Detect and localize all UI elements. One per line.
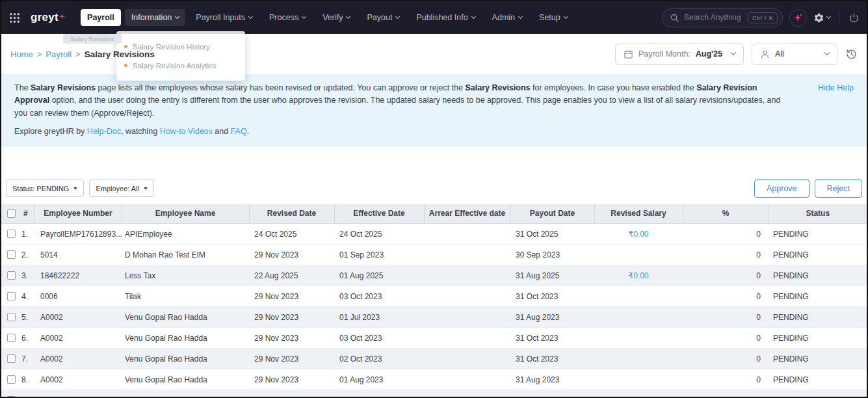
nav-right-group: Search Anything Ctrl + K [662,8,859,27]
breadcrumb-home-link[interactable]: Home [10,49,33,59]
cell-arrear [424,245,510,265]
dropdown-arrow-icon [144,187,148,190]
payroll-month-select[interactable]: Payroll Month: Aug'25 [615,44,744,65]
cell-salary [594,286,683,307]
cell-status: PENDING [769,286,867,307]
cell-pct: 0 [683,245,769,265]
row-checkbox[interactable] [7,250,16,259]
select-all-checkbox[interactable] [7,209,16,218]
row-checkbox[interactable] [7,334,16,342]
column-header-effective-date: Effective Date [334,204,424,224]
row-checkbox[interactable] [7,292,16,300]
cell-status: PENDING [769,245,867,265]
search-shortcut-badge: Ctrl + K [748,12,778,23]
table-row: 6.A0002Venu Gopal Rao Hadda29 Nov 202303… [1,328,867,349]
cell-empno: A0002 [34,349,122,369]
cell-num: 2. [17,245,34,265]
cell-arrear [424,369,510,390]
cell-salary: ₹0.00 [594,265,683,286]
column-header-: % [683,204,769,224]
breadcrumb-payroll-link[interactable]: Payroll [46,49,72,59]
status-filter-dropdown[interactable]: Status: PENDING [6,179,84,197]
cell-date: 01 Aug 2025 [334,265,424,286]
cell-name: Venu Gopal Rao Hadda [122,349,249,369]
cell-date: 31 Oct 2025 [510,224,594,245]
nav-item-payroll-inputs[interactable]: Payroll Inputs [189,9,259,26]
history-icon[interactable] [845,48,858,60]
column-header-revised-date: Revised Date [249,204,334,224]
logout-power-icon[interactable] [849,13,859,23]
help-link-help-doc[interactable]: Help-Doc [87,127,121,136]
cell-arrear [424,390,510,398]
cell-date: 29 Nov 2023 [249,390,334,398]
nav-item-published-info[interactable]: Published Info [410,9,481,26]
employee-scope-value: All [775,49,784,59]
main-nav: PayrollInformationPayroll InputsProcessV… [81,9,574,26]
information-menu-item-salary-revisions[interactable]: Salary Revisions [63,34,122,44]
cell-arrear [424,349,510,369]
user-icon [760,49,770,59]
cell-num: 5. [17,307,34,328]
chevron-down-icon [826,14,831,19]
apps-grid-icon[interactable] [9,12,20,23]
chevron-down-icon [395,14,400,19]
bullet-icon [124,45,127,48]
cell-status: PENDING [769,307,867,328]
column-header-status: Status [769,204,867,224]
column-header-arrear-effective-date: Arrear Effective date [424,204,510,224]
row-checkbox[interactable] [7,375,16,384]
action-buttons: Approve Reject [754,179,862,198]
help-link-how-to-videos[interactable]: How-to Videos [160,127,213,136]
settings-menu[interactable] [813,12,830,23]
search-input[interactable]: Search Anything Ctrl + K [662,8,783,27]
employee-scope-select[interactable]: All [752,44,837,65]
cell-name: Venu Gopal Rao Hadda [122,307,249,328]
app-window: greyt PayrollInformationPayroll InputsPr… [0,0,868,398]
cell-name: Venu Gopal Rao Hadda [122,328,249,349]
nav-item-process[interactable]: Process [263,9,312,26]
reject-button[interactable]: Reject [815,179,862,198]
nav-item-admin[interactable]: Admin [486,9,529,26]
cell-salary: ₹0.00 [594,224,683,245]
approve-button[interactable]: Approve [754,179,809,198]
nav-item-payout[interactable]: Payout [360,9,406,26]
help-link-faq[interactable]: FAQ [231,127,247,136]
row-checkbox[interactable] [7,230,16,238]
nav-item-payroll[interactable]: Payroll [81,9,121,26]
chevron-down-icon [175,14,179,19]
cell-date: 30 Sep 2023 [510,245,594,265]
row-checkbox[interactable] [7,354,16,363]
cell-date: 31 Aug 2023 [510,307,594,328]
cell-empno: PayrollEMP17612893... [34,224,122,245]
cell-salary [594,307,683,328]
logo-spark-icon [59,10,65,23]
table-header-row: #Employee NumberEmployee NameRevised Dat… [1,204,867,224]
nav-item-setup[interactable]: Setup [533,9,574,26]
column-header-: # [17,204,34,224]
cell-date: 30 Sep 2023 [510,390,594,398]
top-nav: greyt PayrollInformationPayroll InputsPr… [1,1,867,34]
bullet-icon [124,64,127,67]
row-checkbox[interactable] [7,271,16,280]
chevron-down-icon [824,50,830,55]
cell-date: 31 Oct 2023 [510,328,594,349]
cell-date: 22 Aug 2025 [249,265,334,286]
help-paragraph-1: The Salary Revisions page lists all the … [14,82,789,120]
cell-num: 8. [17,369,34,390]
nav-item-information[interactable]: Information [125,9,186,26]
select-all-cell [1,204,17,224]
nav-item-verify[interactable]: Verify [316,9,356,26]
employee-filter-dropdown[interactable]: Employee: All [89,179,154,197]
cell-date: 01 Jul 2023 [334,307,424,328]
column-header-employee-number: Employee Number [34,204,122,224]
nav-divider [839,11,839,24]
cell-date: 31 Aug 2025 [510,265,594,286]
ai-assistant-icon[interactable] [789,9,807,27]
row-checkbox[interactable] [7,313,16,321]
table-row: 1.PayrollEMP17612893...APIEmployee24 Oct… [1,224,867,245]
cell-pct: 0 [683,265,769,286]
table-row: 2.5014D Mohan Rao Test EIM29 Nov 202301 … [1,245,867,265]
greythr-logo[interactable]: greyt [31,11,65,24]
hide-help-link[interactable]: Hide Help [818,82,854,94]
cell-num: 4. [17,286,34,307]
